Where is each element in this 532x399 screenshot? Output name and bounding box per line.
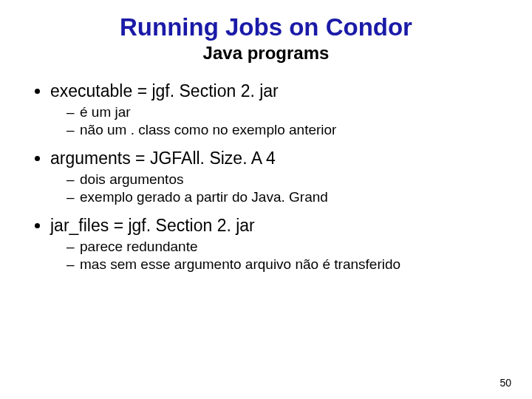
- bullet-item: executable = jgf. Section 2. jar é um ja…: [50, 81, 502, 138]
- sub-bullet-item: é um jar: [66, 104, 502, 120]
- bullet-list: executable = jgf. Section 2. jar é um ja…: [30, 81, 502, 273]
- sub-bullet-list: parece redundante mas sem esse argumento…: [50, 239, 502, 273]
- bullet-text: arguments = JGFAll. Size. A 4: [50, 149, 276, 168]
- sub-bullet-item: mas sem esse argumento arquivo não é tra…: [66, 256, 502, 273]
- sub-bullet-list: dois argumentos exemplo gerado a partir …: [50, 171, 502, 205]
- sub-bullet-item: parece redundante: [66, 239, 502, 255]
- page-number: 50: [499, 377, 511, 389]
- sub-bullet-item: não um . class como no exemplo anterior: [66, 122, 502, 138]
- sub-bullet-item: exemplo gerado a partir do Java. Grand: [66, 189, 502, 205]
- bullet-item: jar_files = jgf. Section 2. jar parece r…: [50, 216, 502, 273]
- bullet-item: arguments = JGFAll. Size. A 4 dois argum…: [50, 149, 502, 205]
- sub-bullet-list: é um jar não um . class como no exemplo …: [50, 104, 502, 138]
- slide: Running Jobs on Condor Java programs exe…: [0, 0, 532, 399]
- slide-subtitle: Java programs: [30, 43, 502, 64]
- bullet-text: executable = jgf. Section 2. jar: [50, 81, 279, 100]
- bullet-text: jar_files = jgf. Section 2. jar: [50, 216, 255, 235]
- sub-bullet-item: dois argumentos: [66, 171, 502, 188]
- slide-title: Running Jobs on Condor: [30, 13, 502, 41]
